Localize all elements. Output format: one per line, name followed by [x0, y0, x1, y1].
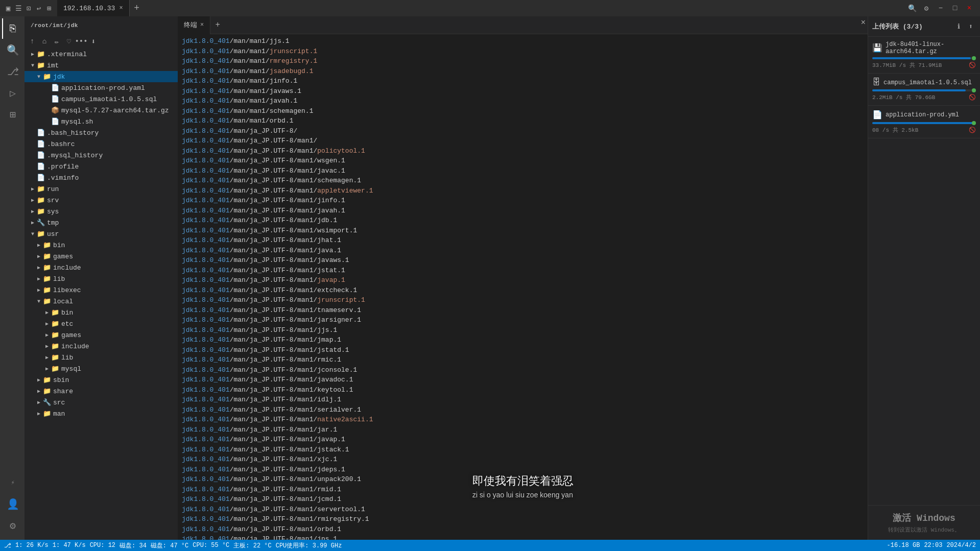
ft-cancel-3[interactable]: 🚫: [969, 127, 976, 133]
activity-account-icon[interactable]: 👤: [2, 494, 22, 514]
tab-close-icon[interactable]: ×: [119, 5, 123, 12]
tree-arrow-etc-local: ▶: [43, 320, 51, 328]
tree-label-tmp: tmp: [47, 219, 59, 227]
tree-label-man: man: [53, 410, 65, 418]
file-icon-campus: 📄: [51, 95, 59, 103]
terminal-close-button[interactable]: ×: [861, 18, 866, 28]
settings-button[interactable]: ⚙: [920, 2, 933, 15]
status-cpu2: CPU: 55 °C: [193, 542, 229, 549]
tree-item-include-local[interactable]: ▶ 📁 include: [25, 341, 178, 352]
terminal-tab-close-icon[interactable]: ×: [200, 21, 204, 29]
tree-label-etc-local: etc: [61, 320, 73, 328]
tree-item-etc-local[interactable]: ▶ 📁 etc: [25, 318, 178, 329]
split-icon[interactable]: ⊞: [45, 4, 53, 12]
tree-item-usr[interactable]: ▼ 📁 usr: [25, 228, 178, 239]
tab-label: 192.168.10.33: [63, 5, 115, 12]
tree-label-lib-local: lib: [61, 354, 73, 362]
terminal-line: jdk1.8.0_401/man/ja_JP.UTF-8/man1/jcmd.1: [182, 494, 864, 505]
tree-item-games-local[interactable]: ▶ 📁 games: [25, 329, 178, 341]
tree-label-mysql-history: .mysql_history: [47, 152, 103, 159]
tree-item-jdk[interactable]: ▼ 📁 jdk: [25, 71, 178, 82]
ft-speed-1: 33.7MiB /s 共 71.9MiB: [872, 61, 942, 69]
tree-item-bin-usr[interactable]: ▶ 📁 bin: [25, 239, 178, 251]
sidebar-new-file-btn[interactable]: ↑: [27, 36, 38, 47]
tree-item-sys[interactable]: ▶ 📁 sys: [25, 206, 178, 217]
file-icon-bashrc: 📄: [37, 140, 45, 148]
tree-label-games: games: [53, 253, 73, 260]
tree-item-viminfo[interactable]: 📄 .viminfo: [25, 172, 178, 183]
tree-item-lib-local[interactable]: ▶ 📁 lib: [25, 352, 178, 363]
nav-icon[interactable]: ☰: [14, 4, 22, 12]
ft-speed-3: 08 /s 共 2.5kB: [872, 126, 918, 134]
terminal-tab-active[interactable]: 终端 ×: [178, 16, 210, 34]
activity-search-icon[interactable]: 🔍: [2, 40, 22, 60]
tree-item-srv[interactable]: ▶ 📁 srv: [25, 195, 178, 206]
tree-item-profile[interactable]: 📄 .profile: [25, 161, 178, 172]
maximize-button[interactable]: □: [948, 2, 962, 15]
sidebar-edit-btn[interactable]: ✏: [51, 36, 62, 47]
tree-item-imt[interactable]: ▼ 📁 imt: [25, 60, 178, 71]
sidebar-bookmark-btn[interactable]: ♡: [63, 36, 75, 47]
tree-item-mysql-local[interactable]: ▶ 📁 mysql: [25, 363, 178, 374]
ft-filename-2: 🗄 campus_imaotai-1.0.5.sql: [872, 78, 976, 87]
terminal-line: jdk1.8.0_401/man/ja_JP.UTF-8/man1/wsimpo…: [182, 226, 864, 236]
terminal-line: jdk1.8.0_401/man/ja_JP.UTF-8/man1/jstatd…: [182, 345, 864, 355]
tree-item-bin-local[interactable]: ▶ 📁 bin: [25, 307, 178, 318]
status-memory: -16.18 GB: [887, 542, 920, 549]
sidebar-more-btn[interactable]: •••: [76, 36, 87, 47]
activity-extensions-icon[interactable]: ⊞: [2, 104, 22, 125]
tree-label-bin-usr: bin: [53, 242, 65, 249]
tree-item-libexec[interactable]: ▶ 📁 libexec: [25, 284, 178, 296]
tree-item-xterminal[interactable]: ▶ 📁 .xterminal: [25, 49, 178, 60]
tree-item-bash-history[interactable]: 📄 .bash_history: [25, 127, 178, 138]
tree-item-lib[interactable]: ▶ 📁 lib: [25, 273, 178, 284]
status-bar-right: -16.18 GB 22:03 2024/4/2: [887, 542, 976, 549]
tree-item-mysql-sh[interactable]: 📄 mysql.sh: [25, 116, 178, 127]
minimize-button[interactable]: −: [934, 2, 947, 15]
tree-item-campus[interactable]: 📄 campus_imaotai-1.0.5.sql: [25, 93, 178, 105]
activity-debug-icon[interactable]: ▷: [2, 83, 22, 103]
sidebar-home-btn[interactable]: ⌂: [39, 36, 50, 47]
title-bar: ▣ ☰ ⊡ ↩ ⊞ 192.168.10.33 × + 🔍 ⚙ − □ ×: [0, 0, 980, 16]
activation-title: 激活 Windows: [874, 512, 974, 524]
tree-item-bashrc[interactable]: 📄 .bashrc: [25, 138, 178, 150]
tree-item-mysql-history[interactable]: 📄 .mysql_history: [25, 150, 178, 161]
tree-arrow-lib-local: ▶: [43, 353, 51, 362]
terminal-line: jdk1.8.0_401/man/ja_JP.UTF-8/man1/jrunsc…: [182, 295, 864, 305]
tree-item-include[interactable]: ▶ 📁 include: [25, 262, 178, 273]
activity-git-icon[interactable]: ⎇: [2, 61, 22, 82]
tree-item-share[interactable]: ▶ 📁 share: [25, 386, 178, 397]
ft-name-2: campus_imaotai-1.0.5.sql: [883, 79, 972, 86]
activity-files-icon[interactable]: ⎘: [2, 18, 22, 39]
tree-item-sbin[interactable]: ▶ 📁 sbin: [25, 374, 178, 386]
terminal-add-tab-button[interactable]: +: [210, 18, 225, 32]
tree-item-tmp[interactable]: ▶ 🔧 tmp: [25, 217, 178, 228]
tree-item-run[interactable]: ▶ 📁 run: [25, 183, 178, 195]
ft-cancel-1[interactable]: 🚫: [969, 62, 976, 68]
tree-item-man[interactable]: ▶ 📁 man: [25, 408, 178, 419]
activity-gear-icon[interactable]: ⚙: [2, 515, 22, 536]
tree-item-mysql-tar[interactable]: 📦 mysql-5.7.27-aarch64.tar.gz: [25, 105, 178, 116]
tree-item-src[interactable]: ▶ 🔧 src: [25, 397, 178, 408]
new-tab-button[interactable]: +: [130, 1, 144, 15]
rp-info-icon[interactable]: ℹ: [953, 21, 964, 32]
ft-cancel-2[interactable]: 🚫: [969, 94, 976, 101]
file-transfer-item-2: 🗄 campus_imaotai-1.0.5.sql 2.2MiB /s 共 7…: [868, 74, 980, 106]
terminal-line: jdk1.8.0_401/man/ja_JP.UTF-8/man1/unpack…: [182, 474, 864, 485]
terminal-content[interactable]: jdk1.8.0_401/man/man1/jjs.1 jdk1.8.0_401…: [178, 34, 868, 540]
folder-icon-imt: 📁: [37, 61, 45, 69]
tree-label-sbin: sbin: [53, 376, 69, 384]
back-icon[interactable]: ↩: [35, 4, 43, 12]
folder-icon-bin-usr: 📁: [43, 241, 51, 249]
activity-remote-icon[interactable]: ⚡: [2, 472, 22, 493]
tree-item-local[interactable]: ▼ 📁 local: [25, 296, 178, 307]
file-icon-viminfo: 📄: [37, 174, 45, 182]
layout-icon[interactable]: ⊡: [25, 4, 33, 12]
tree-item-games[interactable]: ▶ 📁 games: [25, 251, 178, 262]
active-tab[interactable]: 192.168.10.33 ×: [57, 0, 130, 16]
close-button[interactable]: ×: [963, 2, 976, 15]
search-button[interactable]: 🔍: [905, 2, 919, 15]
rp-upload-icon[interactable]: ⬆: [966, 21, 976, 32]
sidebar-download-btn[interactable]: ⬇: [88, 36, 99, 47]
tree-item-app-prod[interactable]: 📄 application-prod.yaml: [25, 82, 178, 93]
